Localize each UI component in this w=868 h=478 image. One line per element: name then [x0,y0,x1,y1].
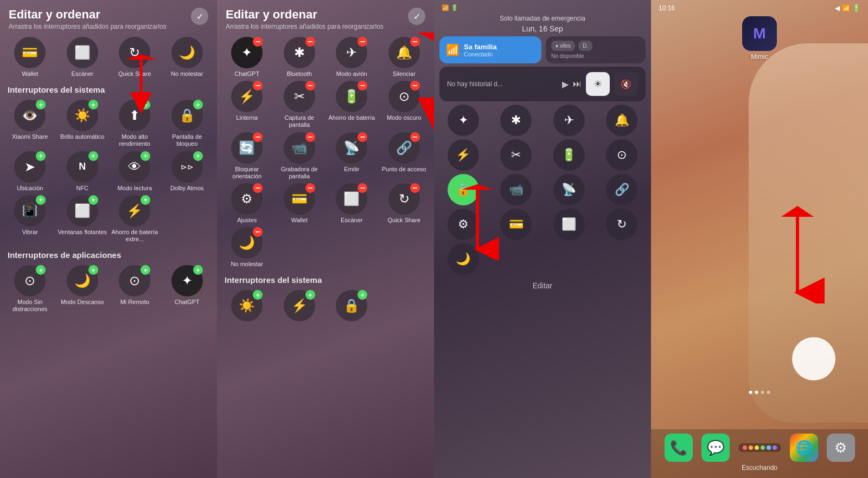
p2-cast-icon: 📡− [336,132,367,164]
p3-darkmode-icon[interactable]: ⊙ [606,139,637,171]
p3-flashlight-icon[interactable]: ⚡ [448,139,479,171]
list-item[interactable]: 📹− Grabadora de pantalla [275,132,324,180]
messages-dock-icon[interactable]: 💬 [701,434,730,462]
list-item[interactable]: ↻ Quick Share [110,37,159,77]
media-device1[interactable]: ♦ viles [551,41,575,51]
list-item[interactable]: ✦+ ChatGPT [163,265,212,313]
p3-moon-icon[interactable]: 🌙 [448,243,479,275]
settings-dock-icon[interactable]: ⚙ [827,434,855,462]
list-item[interactable]: 👁+ Modo lectura [110,151,159,192]
list-item[interactable]: 📳+ Vibrar [5,195,55,243]
panel1-system-icons: 👁️+ Xiaomi Share ☀️+ Brillo automático ⬆… [0,96,217,246]
media-unavailable: No disponible [551,53,640,59]
badge-plus: + [141,151,150,161]
list-item[interactable]: 📡− Emitir [327,132,376,180]
list-item[interactable]: ⚡− Linterna [222,81,272,128]
p3-scanner-icon[interactable]: ⬜ [553,209,585,240]
p2-quickshare-icon: ↻− [388,183,420,215]
brightness-btn[interactable]: ☀ [586,72,610,96]
p3-airplane-icon[interactable]: ✈ [553,105,585,136]
panel1-check-btn[interactable]: ✓ [191,8,208,25]
badge-plus: + [193,265,203,275]
batterysave-icon: ⚡+ [119,195,150,227]
list-item[interactable]: ↻− Quick Share [380,183,429,224]
media-device2[interactable]: D. [578,41,592,51]
panel3-edit-btn[interactable]: Editar [434,278,651,293]
list-item[interactable]: ⊳⊳+ Dolby Atmos [163,151,212,192]
vibrate-icon: 📳+ [14,195,46,227]
p3-link-icon[interactable]: 🔗 [606,174,637,205]
nodisturb-label: No molestar [171,70,203,77]
list-item[interactable]: 🌙+ Modo Descanso [58,265,107,313]
nav-icon: ◀ [835,4,840,12]
scanner-label: Escáner [72,70,93,77]
list-item[interactable]: ⚡+ Ahorro de batería extre... [110,195,159,243]
phone-dock-icon[interactable]: 📞 [665,434,693,462]
panel3-ctrl-row1: ✦ ✱ ✈ 🔔 [434,105,651,139]
assistive-touch-btn[interactable] [792,337,835,380]
chrome-dock-icon[interactable]: 🌐 [790,434,818,462]
restmode-icon: 🌙+ [67,265,98,296]
p2-airplane-icon: ✈− [336,37,367,68]
list-item[interactable]: 🔄− Bloquear orientación [222,132,272,180]
list-item[interactable]: 💳− Wallet [275,183,324,224]
list-item[interactable]: ➤+ Ubicación [5,151,55,192]
p3-bell-icon[interactable]: 🔔 [606,105,637,136]
list-item[interactable]: 🔔− Silenciar [380,37,429,77]
list-item[interactable]: ☀️+ Brillo automático [58,100,107,147]
mimic-app[interactable]: M Mimic [742,16,777,61]
list-item[interactable]: 👁️+ Xiaomi Share [5,100,55,147]
badge-plus: + [253,290,263,300]
play-icon[interactable]: ▶ [562,79,569,89]
list-item[interactable]: 🌙 No molestar [163,37,212,77]
badge-plus: + [36,100,46,109]
badge-plus: + [36,265,46,275]
badge-minus: − [358,132,367,142]
p3-chatgpt-icon[interactable]: ✦ [448,105,479,136]
bottom-dock: 📞 💬 🌐 ⚙ Escuchando [651,429,868,478]
panel2-check-btn[interactable]: ✓ [408,8,425,25]
list-item[interactable]: ⬜+ Ventanas flotantes [58,195,107,243]
list-item[interactable]: ⊙− Modo oscuro [380,81,429,128]
p3-settings-icon[interactable]: ⚙ [448,209,479,240]
list-item[interactable]: 🔋− Ahorro de batería [327,81,376,128]
p3-wallet-icon[interactable]: 💳 [500,209,532,240]
highperf-icon: ⬆+ [119,100,150,131]
list-item[interactable]: ☀️+ [222,290,272,321]
p3-scissors-icon[interactable]: ✂ [500,139,532,171]
list-item[interactable]: ⬜ Escáner [58,37,107,77]
list-item[interactable]: ⊙+ Modo Sin distracciones [5,265,55,313]
mimic-icon: M [742,16,777,51]
badge-plus: + [193,151,203,161]
panel2-title: Editar y ordenar [226,8,384,22]
mute-btn[interactable]: 🔇 [614,72,638,96]
next-icon[interactable]: ⏭ [573,79,582,89]
siri-dots[interactable] [738,443,781,452]
battery-icon: 🔋 [852,4,860,12]
list-item[interactable]: N+ NFC [58,151,107,192]
list-item[interactable]: 🔒+ Pantalla de bloqueo [163,100,212,147]
list-item[interactable]: ⬜− Escáner [327,183,376,224]
p3-camera-icon[interactable]: 📹 [500,174,532,205]
list-item[interactable]: 🔗− Punto de acceso [380,132,429,180]
p3-cast-icon[interactable]: 📡 [553,174,585,205]
badge-minus: − [253,227,263,237]
list-item[interactable]: 💳 Wallet [5,37,55,77]
list-item[interactable]: ✂− Captura de pantalla [275,81,324,128]
wifi-card[interactable]: 📶 Sa familia Conectado [439,36,541,63]
list-item[interactable]: ✱− Bluetooth [275,37,324,77]
p3-battery-icon[interactable]: 🔋 [553,139,585,171]
list-item[interactable]: ✈− Modo avión [327,37,376,77]
list-item[interactable]: ⊙+ Mi Remoto [110,265,159,313]
p3-bluetooth-icon[interactable]: ✱ [500,105,532,136]
list-item[interactable]: ✦− ChatGPT [222,37,272,77]
list-item[interactable]: ⬆+ Modo alto rendimiento [110,100,159,147]
list-item[interactable]: ⚡+ [275,290,324,321]
list-item[interactable]: 🔒+ [327,290,376,321]
emergency-text: Solo llamadas de emergencia [434,14,651,23]
list-item[interactable]: 🌙− No molestar [222,227,272,268]
p2-nodisturb-icon: 🌙− [231,227,263,259]
list-item[interactable]: ⚙− Ajustes [222,183,272,224]
p3-screenlock-icon[interactable]: 🔒 [448,174,479,205]
p3-rotate-icon[interactable]: ↻ [606,209,637,240]
